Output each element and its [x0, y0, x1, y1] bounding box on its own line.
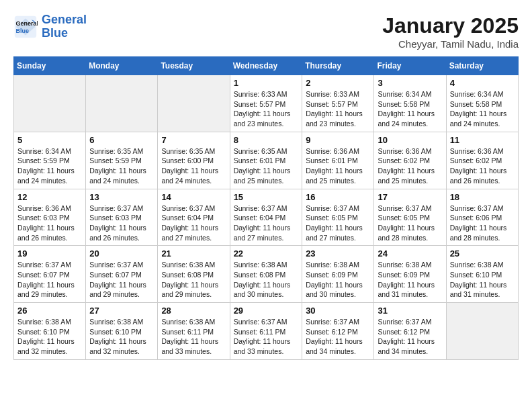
day-info: Sunrise: 6:37 AM Sunset: 6:06 PM Dayligh… [450, 203, 515, 243]
day-info: Sunrise: 6:37 AM Sunset: 6:07 PM Dayligh… [89, 260, 154, 300]
calendar-cell: 1Sunrise: 6:33 AM Sunset: 5:57 PM Daylig… [230, 75, 302, 132]
calendar-cell [86, 75, 158, 132]
day-number: 8 [234, 135, 299, 145]
day-info: Sunrise: 6:36 AM Sunset: 6:02 PM Dayligh… [450, 146, 515, 186]
day-info: Sunrise: 6:34 AM Sunset: 5:58 PM Dayligh… [378, 89, 442, 129]
day-info: Sunrise: 6:36 AM Sunset: 6:02 PM Dayligh… [378, 146, 442, 186]
day-info: Sunrise: 6:36 AM Sunset: 6:03 PM Dayligh… [17, 203, 82, 243]
day-number: 17 [378, 192, 442, 202]
day-info: Sunrise: 6:38 AM Sunset: 6:10 PM Dayligh… [450, 260, 515, 300]
calendar-cell: 8Sunrise: 6:35 AM Sunset: 6:01 PM Daylig… [230, 132, 302, 189]
weekday-header-row: SundayMondayTuesdayWednesdayThursdayFrid… [14, 57, 519, 75]
logo: General Blue General Blue [13, 13, 87, 40]
day-info: Sunrise: 6:35 AM Sunset: 5:59 PM Dayligh… [89, 146, 154, 186]
calendar-cell [14, 75, 86, 132]
day-number: 29 [234, 306, 299, 316]
calendar-cell: 23Sunrise: 6:38 AM Sunset: 6:09 PM Dayli… [302, 246, 374, 303]
weekday-header-wednesday: Wednesday [230, 57, 302, 75]
calendar-week-row: 19Sunrise: 6:37 AM Sunset: 6:07 PM Dayli… [14, 246, 519, 303]
calendar-cell: 4Sunrise: 6:34 AM Sunset: 5:58 PM Daylig… [446, 75, 518, 132]
weekday-header-tuesday: Tuesday [158, 57, 230, 75]
weekday-header-sunday: Sunday [14, 57, 86, 75]
day-info: Sunrise: 6:38 AM Sunset: 6:09 PM Dayligh… [378, 260, 442, 300]
day-number: 16 [306, 192, 370, 202]
title-block: January 2025 Cheyyar, Tamil Nadu, India [382, 13, 519, 50]
svg-text:Blue: Blue [16, 28, 30, 34]
day-info: Sunrise: 6:37 AM Sunset: 6:05 PM Dayligh… [378, 203, 442, 243]
day-number: 28 [161, 306, 226, 316]
logo-blue: Blue [42, 26, 68, 40]
calendar-cell: 21Sunrise: 6:38 AM Sunset: 6:08 PM Dayli… [158, 246, 230, 303]
day-info: Sunrise: 6:37 AM Sunset: 6:05 PM Dayligh… [306, 203, 370, 243]
calendar-cell [446, 303, 518, 360]
calendar-cell: 16Sunrise: 6:37 AM Sunset: 6:05 PM Dayli… [302, 189, 374, 246]
logo-icon: General Blue [13, 15, 38, 39]
calendar-cell: 30Sunrise: 6:37 AM Sunset: 6:12 PM Dayli… [302, 303, 374, 360]
day-number: 12 [17, 192, 82, 202]
calendar-cell: 12Sunrise: 6:36 AM Sunset: 6:03 PM Dayli… [14, 189, 86, 246]
calendar-cell: 24Sunrise: 6:38 AM Sunset: 6:09 PM Dayli… [374, 246, 446, 303]
day-info: Sunrise: 6:37 AM Sunset: 6:12 PM Dayligh… [378, 317, 442, 357]
calendar-cell [158, 75, 230, 132]
day-number: 30 [306, 306, 370, 316]
calendar-cell: 28Sunrise: 6:38 AM Sunset: 6:11 PM Dayli… [158, 303, 230, 360]
day-info: Sunrise: 6:35 AM Sunset: 6:00 PM Dayligh… [161, 146, 226, 186]
calendar-cell: 31Sunrise: 6:37 AM Sunset: 6:12 PM Dayli… [374, 303, 446, 360]
day-number: 15 [234, 192, 299, 202]
day-number: 1 [234, 78, 299, 88]
calendar-week-row: 26Sunrise: 6:38 AM Sunset: 6:10 PM Dayli… [14, 303, 519, 360]
day-info: Sunrise: 6:38 AM Sunset: 6:09 PM Dayligh… [306, 260, 370, 300]
calendar-cell: 5Sunrise: 6:34 AM Sunset: 5:59 PM Daylig… [14, 132, 86, 189]
day-info: Sunrise: 6:34 AM Sunset: 5:58 PM Dayligh… [450, 89, 515, 129]
calendar-cell: 20Sunrise: 6:37 AM Sunset: 6:07 PM Dayli… [86, 246, 158, 303]
day-number: 24 [378, 248, 442, 259]
logo-text: General Blue [42, 13, 87, 40]
calendar-cell: 25Sunrise: 6:38 AM Sunset: 6:10 PM Dayli… [446, 246, 518, 303]
day-number: 22 [234, 248, 299, 259]
day-number: 31 [378, 306, 442, 316]
day-number: 19 [17, 248, 82, 259]
weekday-header-thursday: Thursday [302, 57, 374, 75]
day-number: 2 [306, 78, 370, 88]
day-info: Sunrise: 6:38 AM Sunset: 6:10 PM Dayligh… [17, 317, 82, 357]
calendar-cell: 15Sunrise: 6:37 AM Sunset: 6:04 PM Dayli… [230, 189, 302, 246]
day-info: Sunrise: 6:36 AM Sunset: 6:01 PM Dayligh… [306, 146, 370, 186]
day-number: 21 [161, 248, 226, 259]
calendar-cell: 27Sunrise: 6:38 AM Sunset: 6:10 PM Dayli… [86, 303, 158, 360]
day-info: Sunrise: 6:33 AM Sunset: 5:57 PM Dayligh… [234, 89, 299, 129]
day-number: 9 [306, 135, 370, 145]
calendar-week-row: 12Sunrise: 6:36 AM Sunset: 6:03 PM Dayli… [14, 189, 519, 246]
calendar-cell: 26Sunrise: 6:38 AM Sunset: 6:10 PM Dayli… [14, 303, 86, 360]
weekday-header-monday: Monday [86, 57, 158, 75]
logo-general: General [42, 13, 87, 26]
location-subtitle: Cheyyar, Tamil Nadu, India [382, 38, 519, 50]
svg-text:General: General [16, 20, 38, 27]
day-number: 23 [306, 248, 370, 259]
day-number: 18 [450, 192, 515, 202]
calendar-cell: 11Sunrise: 6:36 AM Sunset: 6:02 PM Dayli… [446, 132, 518, 189]
day-number: 13 [89, 192, 154, 202]
day-info: Sunrise: 6:37 AM Sunset: 6:03 PM Dayligh… [89, 203, 154, 243]
calendar-cell: 14Sunrise: 6:37 AM Sunset: 6:04 PM Dayli… [158, 189, 230, 246]
calendar-week-row: 1Sunrise: 6:33 AM Sunset: 5:57 PM Daylig… [14, 75, 519, 132]
calendar-cell: 6Sunrise: 6:35 AM Sunset: 5:59 PM Daylig… [86, 132, 158, 189]
day-number: 3 [378, 78, 442, 88]
day-info: Sunrise: 6:38 AM Sunset: 6:11 PM Dayligh… [161, 317, 226, 357]
day-number: 25 [450, 248, 515, 259]
calendar-cell: 22Sunrise: 6:38 AM Sunset: 6:08 PM Dayli… [230, 246, 302, 303]
day-number: 5 [17, 135, 82, 145]
day-info: Sunrise: 6:38 AM Sunset: 6:08 PM Dayligh… [234, 260, 299, 300]
day-info: Sunrise: 6:37 AM Sunset: 6:04 PM Dayligh… [161, 203, 226, 243]
weekday-header-saturday: Saturday [446, 57, 518, 75]
day-info: Sunrise: 6:38 AM Sunset: 6:10 PM Dayligh… [89, 317, 154, 357]
calendar-cell: 10Sunrise: 6:36 AM Sunset: 6:02 PM Dayli… [374, 132, 446, 189]
page-header: General Blue General Blue January 2025 C… [13, 13, 519, 50]
day-number: 4 [450, 78, 515, 88]
day-info: Sunrise: 6:33 AM Sunset: 5:57 PM Dayligh… [306, 89, 370, 129]
day-number: 26 [17, 306, 82, 316]
day-info: Sunrise: 6:37 AM Sunset: 6:04 PM Dayligh… [234, 203, 299, 243]
day-number: 27 [89, 306, 154, 316]
calendar-cell: 2Sunrise: 6:33 AM Sunset: 5:57 PM Daylig… [302, 75, 374, 132]
calendar-week-row: 5Sunrise: 6:34 AM Sunset: 5:59 PM Daylig… [14, 132, 519, 189]
month-title: January 2025 [382, 13, 519, 38]
